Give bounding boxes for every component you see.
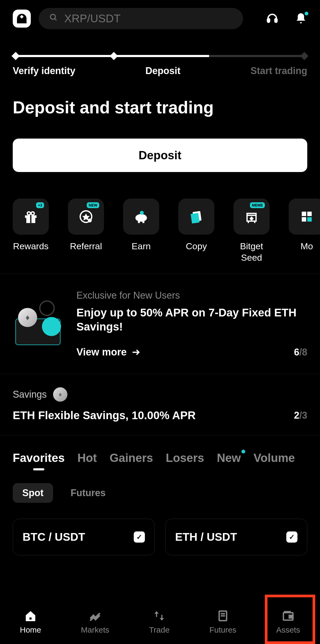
promo-illustration: ♦ xyxy=(13,300,66,348)
nav-trade[interactable]: Trade xyxy=(149,609,170,634)
svg-point-11 xyxy=(88,218,92,222)
seed-icon: MEME xyxy=(233,199,270,235)
market-subtabs: Spot Futures xyxy=(0,473,320,513)
subtab-spot[interactable]: Spot xyxy=(13,483,53,503)
favorite-check-icon[interactable]: ✓ xyxy=(286,531,297,543)
step-marker xyxy=(11,52,20,60)
quick-more[interactable]: Mo xyxy=(289,199,320,263)
tab-dot xyxy=(241,450,245,453)
svg-rect-23 xyxy=(307,212,312,216)
svg-rect-3 xyxy=(275,19,277,22)
svg-rect-24 xyxy=(302,217,306,222)
copy-icon xyxy=(178,199,214,235)
badge: MEME xyxy=(250,202,265,208)
bottom-nav: Home Markets Trade Futures Assets xyxy=(0,597,320,644)
search-input[interactable]: XRP/USDT xyxy=(39,8,243,29)
promo-eyebrow: Exclusive for New Users xyxy=(76,290,307,301)
svg-rect-13 xyxy=(138,221,140,223)
quick-actions: +3 Rewards NEW Referral Earn Copy MEME B… xyxy=(0,172,320,274)
savings-banner[interactable]: Savings ♦ ETH Flexible Savings, 10.00% A… xyxy=(0,374,320,435)
doc-icon xyxy=(217,609,229,622)
step-label: Deposit xyxy=(145,65,180,76)
pair-card[interactable]: BTC / USDT ✓ xyxy=(13,519,155,555)
piggy-icon xyxy=(123,199,159,235)
quick-label: Earn xyxy=(132,241,151,252)
hero-title: Deposit and start trading xyxy=(13,98,307,117)
svg-rect-2 xyxy=(267,19,270,22)
step-marker xyxy=(300,52,308,60)
svg-rect-22 xyxy=(302,212,306,216)
savings-title: ETH Flexible Savings, 10.00% APR xyxy=(13,409,196,422)
step-label: Start trading xyxy=(250,65,307,76)
search-placeholder: XRP/USDT xyxy=(64,12,120,25)
home-icon xyxy=(24,609,37,622)
quick-label: Referral xyxy=(70,241,102,252)
badge: +3 xyxy=(36,202,44,208)
tab-losers[interactable]: Losers xyxy=(166,451,204,465)
nav-futures[interactable]: Futures xyxy=(209,609,236,634)
notification-dot xyxy=(305,12,308,15)
svg-rect-32 xyxy=(289,615,293,618)
trade-icon xyxy=(153,609,166,622)
quick-rewards[interactable]: +3 Rewards xyxy=(13,199,49,263)
app-logo[interactable] xyxy=(13,10,31,28)
arrow-right-icon xyxy=(131,347,141,357)
support-icon[interactable] xyxy=(266,12,279,25)
pair-card[interactable]: ETH / USDT ✓ xyxy=(165,519,307,555)
promo-title: Enjoy up to 50% APR on 7-Day Fixed ETH S… xyxy=(76,306,307,334)
tab-gainers[interactable]: Gainers xyxy=(110,451,153,465)
svg-point-8 xyxy=(31,212,34,215)
grid-icon xyxy=(289,199,320,235)
badge: NEW xyxy=(87,202,99,208)
search-icon xyxy=(49,13,58,24)
pair-name: ETH / USDT xyxy=(175,531,237,543)
quick-copy[interactable]: Copy xyxy=(178,199,214,263)
svg-point-15 xyxy=(140,211,144,215)
promo-banner[interactable]: ♦ Exclusive for New Users Enjoy up to 50… xyxy=(0,274,320,374)
chart-icon xyxy=(89,609,101,622)
referral-icon: NEW xyxy=(68,199,104,235)
notifications-icon[interactable] xyxy=(295,12,307,25)
tab-hot[interactable]: Hot xyxy=(77,451,97,465)
promo-pager: 6/8 xyxy=(294,347,307,358)
progress-stepper: Verify identity Deposit Start trading xyxy=(0,37,320,82)
quick-referral[interactable]: NEW Referral xyxy=(68,199,104,263)
nav-home[interactable]: Home xyxy=(20,609,41,634)
svg-point-7 xyxy=(27,212,31,215)
deposit-button[interactable]: Deposit xyxy=(13,139,307,172)
svg-rect-14 xyxy=(142,221,144,223)
quick-label: Mo xyxy=(300,241,313,252)
svg-rect-17 xyxy=(191,213,200,224)
svg-rect-27 xyxy=(29,617,32,620)
tab-volume[interactable]: Volume xyxy=(254,451,295,465)
savings-pager: 2/3 xyxy=(294,410,307,421)
tab-new[interactable]: New xyxy=(217,451,241,465)
market-tabs: Favorites Hot Gainers Losers New Volume xyxy=(0,435,320,473)
view-more-link[interactable]: View more xyxy=(76,346,141,358)
quick-label: Bitget Seed xyxy=(233,241,270,263)
eth-icon: ♦ xyxy=(53,387,67,402)
svg-point-12 xyxy=(135,214,147,222)
tab-favorites[interactable]: Favorites xyxy=(13,451,65,465)
favorite-check-icon[interactable]: ✓ xyxy=(134,531,145,543)
svg-rect-6 xyxy=(30,214,32,223)
wallet-icon xyxy=(282,609,295,622)
svg-line-1 xyxy=(55,19,57,20)
step-label: Verify identity xyxy=(13,65,75,76)
step-marker xyxy=(110,52,118,60)
nav-assets[interactable]: Assets xyxy=(276,609,300,634)
nav-markets[interactable]: Markets xyxy=(81,609,109,634)
quick-label: Rewards xyxy=(13,241,49,252)
gift-icon: +3 xyxy=(13,199,49,235)
quick-label: Copy xyxy=(186,241,207,252)
svg-rect-25 xyxy=(307,217,312,222)
subtab-futures[interactable]: Futures xyxy=(61,483,115,503)
svg-point-0 xyxy=(50,14,55,19)
savings-label: Savings xyxy=(13,389,47,400)
quick-seed[interactable]: MEME Bitget Seed xyxy=(233,199,270,263)
pair-name: BTC / USDT xyxy=(23,531,85,543)
quick-earn[interactable]: Earn xyxy=(123,199,159,263)
